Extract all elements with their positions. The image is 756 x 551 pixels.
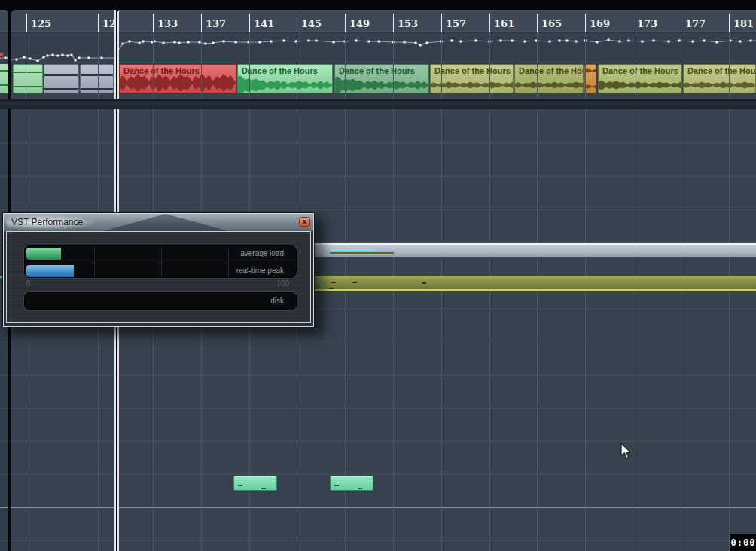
grid-hline	[119, 342, 756, 342]
ruler-bar-label: 125	[31, 18, 51, 29]
grid-hline	[119, 507, 756, 508]
grid-hline	[119, 441, 756, 442]
ruler-tick	[681, 14, 681, 32]
automation-curve	[11, 33, 116, 65]
clip-waveform	[431, 65, 514, 93]
vst-window-content: average loadreal-time peak 0 100 disk	[6, 231, 311, 323]
audio-clip[interactable]: Dance of the Hours :	[598, 64, 682, 93]
scale-min-label: 0	[26, 279, 31, 288]
audio-clip[interactable]	[13, 64, 43, 93]
grid-vline	[585, 33, 586, 551]
midi-clip-mint[interactable]	[233, 476, 277, 491]
audio-clip[interactable]	[584, 64, 596, 93]
ruler-tick	[537, 14, 538, 32]
lane-note-dash	[331, 282, 336, 283]
ruler-bar-label: 157	[446, 18, 466, 29]
grid-hline	[0, 507, 8, 508]
lane-olive-segment	[330, 252, 394, 254]
midi-clip-mint[interactable]	[330, 476, 373, 491]
clip-waveform	[599, 65, 682, 93]
grid-vline	[345, 33, 346, 551]
ruler-main[interactable]: 133137141145149153157161165169173177181	[119, 10, 756, 33]
waveform-line	[14, 86, 42, 87]
ruler-tick	[201, 14, 202, 32]
lane-note-dash	[329, 288, 334, 289]
midi-note-line	[44, 74, 78, 76]
scale-max-label: 100	[276, 279, 289, 288]
midi-note-dash	[358, 488, 362, 489]
meter-label: average load	[240, 246, 284, 261]
grid-hline	[119, 209, 756, 210]
clip-waveform	[684, 65, 756, 93]
grid-hline	[0, 143, 8, 144]
midi-note-line	[44, 88, 78, 90]
ruler-tick	[441, 14, 442, 32]
grid-vline	[681, 33, 681, 551]
ruler-tick	[26, 14, 27, 32]
ruler-sliver[interactable]	[0, 10, 8, 33]
ruler-bar-label: 145	[301, 18, 322, 29]
ruler-bar-label: 149	[349, 18, 370, 29]
grid-hline	[0, 408, 8, 409]
audio-clip[interactable]	[44, 64, 79, 93]
clip-waveform	[515, 65, 584, 93]
lane-cyan-segment[interactable]	[330, 249, 375, 251]
mouse-cursor	[620, 443, 633, 459]
ruler-tick	[489, 14, 490, 32]
audio-clip[interactable]	[80, 64, 114, 93]
ruler-tick	[585, 14, 586, 32]
clip-fragment-green[interactable]	[0, 64, 8, 93]
grid-hline	[119, 540, 756, 541]
grid-hline	[0, 441, 8, 442]
ruler-tick	[98, 14, 99, 32]
grid-hline	[0, 540, 8, 541]
grid-vline	[393, 33, 394, 551]
ruler-tick	[729, 14, 730, 32]
clip-waveform	[585, 65, 596, 93]
grid-hline	[0, 176, 8, 177]
ruler-tick	[249, 14, 250, 32]
ruler-bar-label: 173	[637, 18, 657, 29]
ruler-tick	[633, 14, 633, 32]
ruler-bar-label: 181	[733, 18, 754, 29]
grid-hline	[0, 209, 8, 210]
zone-divider[interactable]	[0, 99, 756, 109]
disk-meter: disk	[24, 292, 297, 310]
daw-project-window: 125129 133137141145149153157161165169173…	[0, 0, 756, 551]
load-meters: average loadreal-time peak	[24, 245, 297, 278]
meter-label: real-time peak	[236, 263, 284, 279]
timer-overlay: 0:00	[730, 534, 756, 551]
ruler-bar-label: 153	[398, 18, 418, 29]
ruler-bar-label: 129	[102, 18, 116, 29]
meter-fill-bar	[26, 265, 74, 277]
audio-clip[interactable]: Dance of the Hours	[237, 64, 333, 93]
vst-performance-window[interactable]: VST Performance x average loadreal-time …	[3, 213, 314, 327]
ruler-left[interactable]: 125129	[11, 10, 114, 33]
vst-window-title: VST Performance	[11, 214, 83, 231]
automation-curve	[0, 33, 8, 65]
close-icon[interactable]: x	[299, 217, 310, 227]
titlebar-texture	[94, 214, 237, 231]
audio-clip[interactable]: Dance of the Hours :	[430, 64, 514, 93]
ruler-bar-label: 169	[590, 18, 610, 29]
audio-clip[interactable]: Dance of the Hours	[119, 64, 236, 93]
clip-waveform	[238, 65, 333, 93]
grid-vline	[489, 33, 490, 551]
grid-hline	[0, 474, 8, 475]
audio-clip[interactable]: Dance of the Hou	[683, 64, 756, 93]
ruler-tick	[345, 14, 346, 32]
grid-hline	[119, 408, 756, 409]
clip-waveform	[335, 65, 429, 93]
grid-hline	[119, 375, 756, 376]
ruler-tick	[297, 14, 297, 32]
ruler-tick	[153, 14, 154, 32]
grid-hline	[0, 375, 8, 376]
audio-clip[interactable]: Dance of the Hou	[514, 64, 584, 93]
audio-clip[interactable]: Dance of the Hours	[334, 64, 429, 93]
meter-row-peak: real-time peak	[25, 263, 296, 279]
vst-window-titlebar[interactable]: VST Performance x	[4, 214, 313, 231]
grid-hline	[119, 176, 756, 177]
ruler-bar-label: 161	[494, 18, 514, 29]
clip-fragment-red[interactable]	[0, 53, 3, 56]
grid-hline	[119, 143, 756, 144]
